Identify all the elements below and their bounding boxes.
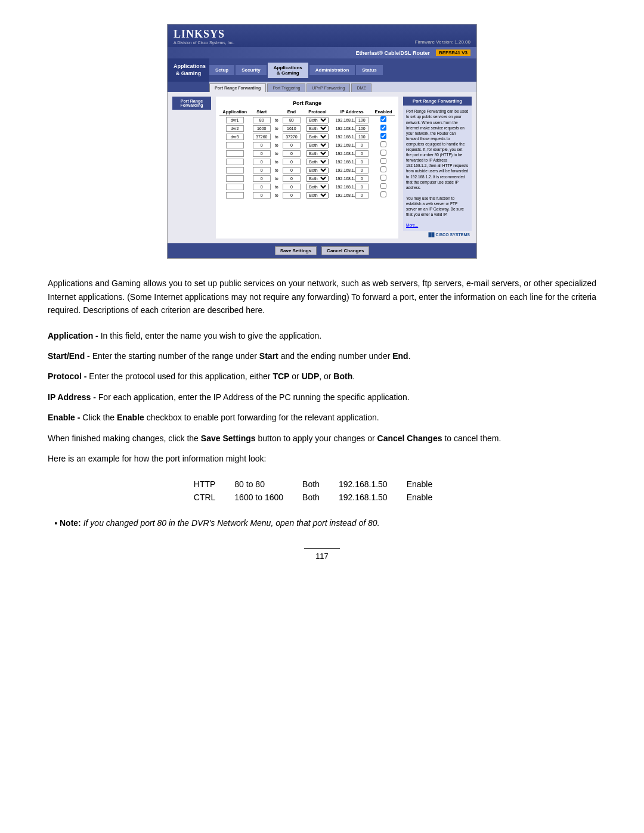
port-table: Application Start End Protocol IP Addres… xyxy=(219,109,395,199)
more-link[interactable]: More... xyxy=(406,223,418,227)
ip-prefix-2: 192.168.1. xyxy=(336,135,355,139)
ip-last-input-0[interactable] xyxy=(355,117,369,123)
enable-check-4[interactable] xyxy=(380,150,386,156)
proto-select-4[interactable]: Both TCP UDP xyxy=(306,150,329,157)
enable-check-3[interactable] xyxy=(380,141,386,147)
ip-last-input-9[interactable] xyxy=(355,192,369,199)
proto-select-3[interactable]: Both TCP UDP xyxy=(306,142,329,148)
enable-check-0[interactable] xyxy=(380,116,386,122)
ip-last-input-7[interactable] xyxy=(355,175,369,182)
app-input-1[interactable] xyxy=(226,125,244,132)
app-input-7[interactable] xyxy=(226,175,244,182)
end-input-5[interactable] xyxy=(283,159,301,165)
nav-tab-security[interactable]: Security xyxy=(236,65,267,75)
protocol-section: Protocol - Enter the protocol used for t… xyxy=(48,370,596,383)
start-input-3[interactable] xyxy=(253,142,271,148)
ex-col1-1: CTRL xyxy=(194,491,234,503)
subtab-porttrigger[interactable]: Port Triggering xyxy=(267,83,305,92)
page-number: 117 xyxy=(304,548,340,561)
ip-last-input-1[interactable] xyxy=(355,125,369,132)
to-label-3: to xyxy=(273,141,280,149)
end-input-6[interactable] xyxy=(283,167,301,174)
startend-text3: . xyxy=(408,351,411,361)
ip-prefix-6: 192.168.1. xyxy=(336,168,355,172)
enable-check-1[interactable] xyxy=(380,125,386,131)
end-input-4[interactable] xyxy=(283,150,301,157)
proto-select-6[interactable]: Both TCP UDP xyxy=(306,167,329,174)
col-end: End xyxy=(280,109,303,116)
router-header: LINKSYS A Division of Cisco Systems, Inc… xyxy=(168,24,476,47)
when-section: When finished making changes, click the … xyxy=(48,432,596,445)
app-input-5[interactable] xyxy=(226,159,244,165)
ip-prefix-1: 192.168.1. xyxy=(336,126,355,131)
app-input-3[interactable] xyxy=(226,142,244,148)
col-start: Start xyxy=(250,109,273,116)
enable-check-2[interactable] xyxy=(380,133,386,139)
subtab-upnp[interactable]: UPnP Forwarding xyxy=(306,83,350,92)
ip-last-input-2[interactable] xyxy=(355,134,369,140)
app-input-4[interactable] xyxy=(226,150,244,157)
start-input-1[interactable] xyxy=(253,125,271,132)
end-input-7[interactable] xyxy=(283,175,301,182)
ip-last-input-6[interactable] xyxy=(355,167,369,174)
table-row: to Both TCP UDP 192.168.1. xyxy=(219,157,395,166)
start-input-8[interactable] xyxy=(253,184,271,190)
table-row: to Both TCP UDP 192.168.1. xyxy=(219,174,395,182)
model-badge: BEFSR41 V3 xyxy=(436,49,470,56)
start-input-9[interactable] xyxy=(253,192,271,199)
end-input-3[interactable] xyxy=(283,142,301,148)
start-input-5[interactable] xyxy=(253,159,271,165)
end-input-1[interactable] xyxy=(283,125,301,132)
right-panel-content: Port Range Forwarding can be used to set… xyxy=(403,106,472,231)
app-input-6[interactable] xyxy=(226,167,244,174)
enable-check-8[interactable] xyxy=(380,183,386,189)
app-gaming-label: Applications& Gaming xyxy=(168,58,209,82)
nav-tab-status[interactable]: Status xyxy=(356,65,382,75)
proto-select-1[interactable]: Both TCP UDP xyxy=(306,125,329,132)
start-input-2[interactable] xyxy=(253,134,271,140)
table-row: to Both TCP UDP 192.168.1. xyxy=(219,191,395,199)
app-input-0[interactable] xyxy=(226,117,244,123)
app-input-9[interactable] xyxy=(226,192,244,199)
app-input-8[interactable] xyxy=(226,184,244,190)
proto-select-5[interactable]: Both TCP UDP xyxy=(306,159,329,165)
proto-select-8[interactable]: Both TCP UDP xyxy=(306,184,329,190)
end-input-2[interactable] xyxy=(283,134,301,140)
start-input-4[interactable] xyxy=(253,150,271,157)
nav-tabs: Setup Security Applications& Gaming Admi… xyxy=(209,58,476,82)
proto-select-7[interactable]: Both TCP UDP xyxy=(306,175,329,182)
start-input-6[interactable] xyxy=(253,167,271,174)
startend-bold3: End xyxy=(392,351,408,361)
ip-last-input-5[interactable] xyxy=(355,159,369,165)
subtab-dmz[interactable]: DMZ xyxy=(351,83,371,92)
proto-select-9[interactable]: Both TCP UDP xyxy=(306,192,329,199)
router-screenshot: LINKSYS A Division of Cisco Systems, Inc… xyxy=(167,24,477,259)
proto-select-0[interactable]: Both TCP UDP xyxy=(306,117,329,123)
protocol-or: or xyxy=(289,371,301,381)
end-input-8[interactable] xyxy=(283,184,301,190)
end-input-9[interactable] xyxy=(283,192,301,199)
ip-last-input-3[interactable] xyxy=(355,142,369,148)
nav-row: Applications& Gaming Setup Security Appl… xyxy=(168,58,476,82)
to-label-5: to xyxy=(273,157,280,166)
start-input-0[interactable] xyxy=(253,117,271,123)
cancel-button[interactable]: Cancel Changes xyxy=(321,246,369,255)
end-input-0[interactable] xyxy=(283,117,301,123)
enable-check-6[interactable] xyxy=(380,166,386,172)
app-input-2[interactable] xyxy=(226,134,244,140)
enable-check-7[interactable] xyxy=(380,175,386,181)
nav-tab-admin[interactable]: Administration xyxy=(309,65,355,75)
enable-check-9[interactable] xyxy=(380,191,386,197)
proto-select-2[interactable]: Both TCP UDP xyxy=(306,134,329,140)
start-input-7[interactable] xyxy=(253,175,271,182)
nav-tab-appgaming[interactable]: Applications& Gaming xyxy=(268,63,308,78)
ip-last-input-8[interactable] xyxy=(355,184,369,190)
subtab-portrange[interactable]: Port Range Forwarding xyxy=(209,83,266,92)
save-button[interactable]: Save Settings xyxy=(275,246,317,255)
table-row: to Both TCP UDP 192.168.1. xyxy=(219,182,395,191)
ex-col4-0: 192.168.1.50 xyxy=(339,478,405,490)
nav-tab-setup[interactable]: Setup xyxy=(209,65,234,75)
ip-last-input-4[interactable] xyxy=(355,150,369,157)
enable-check-5[interactable] xyxy=(380,158,386,164)
example-row: HTTP 80 to 80 Both 192.168.1.50 Enable xyxy=(194,478,450,490)
